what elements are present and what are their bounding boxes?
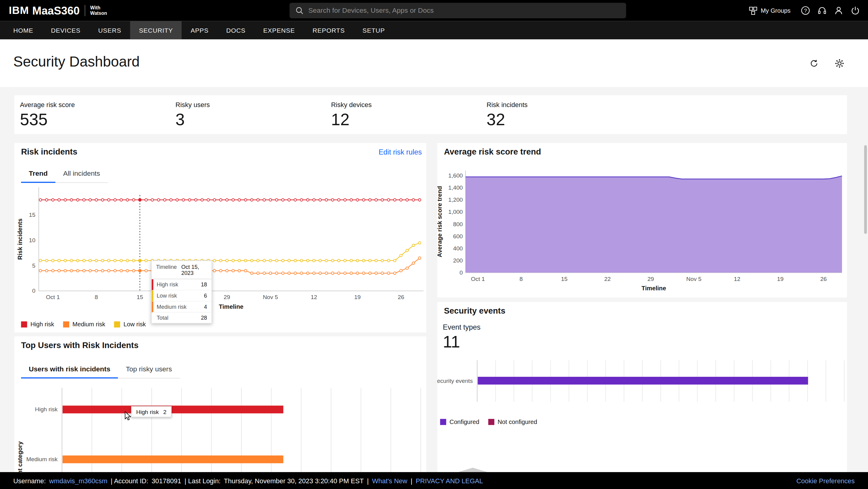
- top-users-title: Top Users with Risk Incidents: [21, 340, 139, 350]
- my-groups-icon: [749, 6, 758, 15]
- footer-separator: |: [367, 477, 369, 485]
- user-button[interactable]: [830, 2, 847, 19]
- power-icon: [850, 5, 860, 16]
- svg-text:400: 400: [453, 245, 463, 252]
- tab-trend[interactable]: Trend: [21, 165, 56, 183]
- tooltip-row-label: Medium risk: [157, 304, 187, 310]
- svg-text:5: 5: [32, 262, 36, 269]
- top-users-tabs: Users with risk incidents Top risky user…: [21, 361, 180, 379]
- svg-text:Oct 1: Oct 1: [471, 276, 485, 282]
- brand-logo: IBM MaaS360 With Watson: [9, 0, 107, 21]
- svg-text:Oct 1: Oct 1: [46, 294, 60, 300]
- support-button[interactable]: [814, 2, 830, 19]
- mouse-cursor: [124, 411, 132, 421]
- legend-label: Configured: [450, 418, 479, 425]
- svg-text:Nov 5: Nov 5: [263, 294, 278, 300]
- top-users-card: Top Users with Risk Incidents Users with…: [14, 336, 426, 489]
- risk-incidents-card: Risk incidents Edit risk rules Trend All…: [14, 143, 426, 333]
- settings-button[interactable]: [830, 54, 848, 72]
- tooltip-row-value: 18: [201, 282, 207, 288]
- global-search[interactable]: [289, 3, 626, 18]
- last-login-value: Thursday, November 30, 2023 3:20:40 PM E…: [224, 477, 364, 485]
- average-risk-score-trend-chart[interactable]: 02004006008001,0001,2001,4001,600Oct 181…: [437, 143, 847, 297]
- svg-text:15: 15: [29, 212, 35, 218]
- avg-trend-title: Average risk score trend: [444, 147, 541, 156]
- refresh-icon: [809, 58, 818, 68]
- legend-item[interactable]: Medium risk: [63, 321, 105, 327]
- legend-item[interactable]: Not configured: [488, 418, 537, 425]
- security-events-bar-chart[interactable]: Security events: [437, 302, 847, 485]
- tooltip-row-value: 6: [204, 292, 207, 298]
- svg-text:Medium risk: Medium risk: [26, 456, 58, 462]
- product-name: MaaS360: [32, 4, 80, 17]
- stat-value: 3: [176, 110, 326, 129]
- search-input[interactable]: [308, 7, 621, 15]
- tab-top-risky-users[interactable]: Top risky users: [118, 361, 180, 379]
- whats-new-link[interactable]: What's New: [372, 477, 408, 485]
- legend-item[interactable]: Configured: [440, 418, 479, 425]
- svg-text:800: 800: [453, 221, 463, 227]
- top-users-bar-chart[interactable]: High riskMedium riskIncident category: [14, 336, 426, 489]
- legend-label: High risk: [31, 321, 54, 327]
- svg-text:26: 26: [820, 276, 827, 282]
- nav-item-security[interactable]: SECURITY: [130, 21, 182, 39]
- help-button[interactable]: ?: [797, 2, 814, 19]
- footer: Username: wmdavis_m360csm | Account ID: …: [0, 472, 868, 489]
- refresh-button[interactable]: [805, 54, 823, 72]
- nav-item-expense[interactable]: EXPENSE: [254, 21, 304, 39]
- tooltip-row-label: Total: [157, 315, 168, 321]
- nav-item-docs[interactable]: DOCS: [218, 21, 254, 39]
- nav-item-home[interactable]: HOME: [4, 21, 42, 39]
- username-link[interactable]: wmdavis_m360csm: [49, 477, 107, 485]
- summary-stats: Average risk score535Risky users3Risky d…: [14, 95, 847, 134]
- risk-chart-legend: High riskMedium riskLow risk: [21, 321, 146, 327]
- tooltip-row: High risk18: [152, 279, 212, 290]
- brand-subtitle: With Watson: [90, 5, 107, 16]
- tooltip-row: Low risk6: [152, 290, 212, 301]
- svg-text:Average risk score trend: Average risk score trend: [437, 186, 443, 257]
- edit-risk-rules-link[interactable]: Edit risk rules: [378, 148, 422, 156]
- svg-text:8: 8: [519, 276, 523, 282]
- svg-text:29: 29: [647, 276, 654, 282]
- stat-label: Average risk score: [20, 101, 170, 109]
- stat-label: Risk incidents: [487, 101, 637, 109]
- legend-item[interactable]: Low risk: [114, 321, 146, 327]
- tab-users-with-risk-incidents[interactable]: Users with risk incidents: [21, 361, 118, 379]
- svg-text:0: 0: [460, 269, 463, 276]
- my-groups-label: My Groups: [761, 7, 790, 14]
- svg-text:Nov 5: Nov 5: [686, 276, 702, 282]
- nav-item-devices[interactable]: DEVICES: [42, 21, 89, 39]
- stat-item: Risk incidents32: [481, 95, 637, 134]
- tooltip-row-value: 28: [201, 315, 207, 321]
- nav-item-reports[interactable]: REPORTS: [304, 21, 353, 39]
- ibm-logo: IBM: [9, 4, 29, 17]
- legend-item[interactable]: High risk: [21, 321, 54, 327]
- svg-text:1,200: 1,200: [448, 197, 463, 203]
- svg-text:Risk incidents: Risk incidents: [17, 218, 23, 260]
- svg-text:29: 29: [224, 294, 230, 300]
- security-dashboard-app: IBM MaaS360 With Watson My Groups: [0, 0, 868, 489]
- headset-icon: [817, 5, 827, 16]
- bar-tooltip: High risk 2: [131, 406, 171, 417]
- page-title: Security Dashboard: [13, 53, 140, 70]
- legend-swatch: [488, 419, 494, 425]
- privacy-link[interactable]: PRIVACY AND LEGAL: [416, 477, 483, 485]
- tooltip-row: Total28: [152, 312, 212, 323]
- svg-text:Timeline: Timeline: [642, 285, 666, 291]
- svg-text:200: 200: [453, 257, 463, 264]
- svg-text:High risk: High risk: [35, 406, 58, 412]
- stat-label: Risky users: [176, 101, 326, 109]
- my-groups-button[interactable]: My Groups: [749, 6, 790, 15]
- title-band: Security Dashboard: [0, 39, 868, 87]
- tab-all-incidents[interactable]: All incidents: [55, 165, 108, 183]
- logout-button[interactable]: [847, 2, 864, 19]
- cookie-preferences-link[interactable]: Cookie Preferences: [797, 477, 855, 485]
- scrollbar-thumb[interactable]: [864, 145, 867, 234]
- username-label: Username:: [13, 477, 46, 485]
- user-icon: [834, 5, 843, 16]
- nav-item-apps[interactable]: APPS: [182, 21, 218, 39]
- nav-item-setup[interactable]: SETUP: [354, 21, 394, 39]
- nav-item-users[interactable]: USERS: [89, 21, 130, 39]
- main-nav: HOMEDEVICESUSERSSECURITYAPPSDOCSEXPENSER…: [0, 21, 868, 39]
- legend-swatch: [21, 321, 27, 327]
